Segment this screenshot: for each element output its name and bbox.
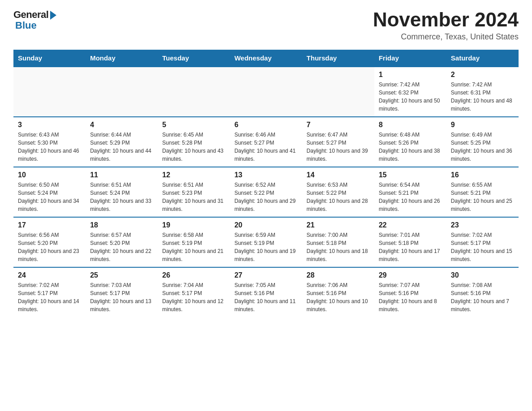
day-info: Sunrise: 7:02 AM Sunset: 5:17 PM Dayligh… [18,281,81,313]
day-number: 8 [379,121,442,129]
day-number: 30 [451,271,514,279]
day-info: Sunrise: 7:00 AM Sunset: 5:18 PM Dayligh… [307,231,370,263]
table-row: 14Sunrise: 6:53 AM Sunset: 5:22 PM Dayli… [302,167,374,217]
day-number: 1 [379,71,442,79]
day-info: Sunrise: 6:54 AM Sunset: 5:21 PM Dayligh… [379,181,442,213]
table-row: 26Sunrise: 7:04 AM Sunset: 5:17 PM Dayli… [158,267,230,317]
day-info: Sunrise: 6:47 AM Sunset: 5:27 PM Dayligh… [307,131,370,163]
table-row: 23Sunrise: 7:02 AM Sunset: 5:17 PM Dayli… [446,217,519,267]
day-info: Sunrise: 7:42 AM Sunset: 6:31 PM Dayligh… [451,81,514,113]
day-info: Sunrise: 6:56 AM Sunset: 5:20 PM Dayligh… [18,231,81,263]
table-row: 8Sunrise: 6:48 AM Sunset: 5:26 PM Daylig… [374,117,446,167]
day-info: Sunrise: 6:49 AM Sunset: 5:25 PM Dayligh… [451,131,514,163]
day-info: Sunrise: 6:52 AM Sunset: 5:22 PM Dayligh… [234,181,297,213]
day-info: Sunrise: 6:46 AM Sunset: 5:27 PM Dayligh… [234,131,297,163]
day-number: 17 [18,221,81,229]
day-info: Sunrise: 6:43 AM Sunset: 5:30 PM Dayligh… [18,131,81,163]
table-row: 3Sunrise: 6:43 AM Sunset: 5:30 PM Daylig… [13,117,86,167]
day-info: Sunrise: 6:55 AM Sunset: 5:21 PM Dayligh… [451,181,514,213]
table-row: 28Sunrise: 7:06 AM Sunset: 5:16 PM Dayli… [302,267,374,317]
table-row: 12Sunrise: 6:51 AM Sunset: 5:23 PM Dayli… [158,167,230,217]
col-tuesday: Tuesday [158,50,230,67]
day-info: Sunrise: 6:58 AM Sunset: 5:19 PM Dayligh… [162,231,225,263]
day-number: 11 [90,171,153,179]
day-info: Sunrise: 7:05 AM Sunset: 5:16 PM Dayligh… [234,281,297,313]
day-number: 18 [90,221,153,229]
col-sunday: Sunday [13,50,86,67]
logo: General Blue [13,9,56,31]
day-info: Sunrise: 6:53 AM Sunset: 5:22 PM Dayligh… [307,181,370,213]
day-info: Sunrise: 7:03 AM Sunset: 5:17 PM Dayligh… [90,281,153,313]
day-info: Sunrise: 7:42 AM Sunset: 6:32 PM Dayligh… [379,81,442,113]
month-title: November 2024 [373,9,519,30]
day-info: Sunrise: 6:51 AM Sunset: 5:24 PM Dayligh… [90,181,153,213]
day-info: Sunrise: 7:06 AM Sunset: 5:16 PM Dayligh… [307,281,370,313]
day-number: 3 [18,121,81,129]
table-row [86,67,158,117]
col-saturday: Saturday [446,50,519,67]
table-row [230,67,302,117]
table-row: 18Sunrise: 6:57 AM Sunset: 5:20 PM Dayli… [86,217,158,267]
table-row: 16Sunrise: 6:55 AM Sunset: 5:21 PM Dayli… [446,167,519,217]
col-friday: Friday [374,50,446,67]
page-header: General Blue November 2024 Commerce, Tex… [13,9,519,42]
day-number: 25 [90,271,153,279]
day-number: 23 [451,221,514,229]
day-info: Sunrise: 6:59 AM Sunset: 5:19 PM Dayligh… [234,231,297,263]
day-number: 16 [451,171,514,179]
day-info: Sunrise: 6:48 AM Sunset: 5:26 PM Dayligh… [379,131,442,163]
table-row: 24Sunrise: 7:02 AM Sunset: 5:17 PM Dayli… [13,267,86,317]
day-info: Sunrise: 6:50 AM Sunset: 5:24 PM Dayligh… [18,181,81,213]
title-block: November 2024 Commerce, Texas, United St… [373,9,519,42]
day-number: 5 [162,121,225,129]
table-row: 17Sunrise: 6:56 AM Sunset: 5:20 PM Dayli… [13,217,86,267]
day-number: 19 [162,221,225,229]
day-number: 24 [18,271,81,279]
table-row: 9Sunrise: 6:49 AM Sunset: 5:25 PM Daylig… [446,117,519,167]
table-row: 5Sunrise: 6:45 AM Sunset: 5:28 PM Daylig… [158,117,230,167]
table-row: 15Sunrise: 6:54 AM Sunset: 5:21 PM Dayli… [374,167,446,217]
day-info: Sunrise: 6:45 AM Sunset: 5:28 PM Dayligh… [162,131,225,163]
calendar-week-row: 17Sunrise: 6:56 AM Sunset: 5:20 PM Dayli… [13,217,519,267]
logo-triangle-icon [50,11,56,20]
day-number: 27 [234,271,297,279]
day-number: 13 [234,171,297,179]
table-row: 6Sunrise: 6:46 AM Sunset: 5:27 PM Daylig… [230,117,302,167]
table-row [302,67,374,117]
table-row: 20Sunrise: 6:59 AM Sunset: 5:19 PM Dayli… [230,217,302,267]
day-number: 4 [90,121,153,129]
day-number: 15 [379,171,442,179]
table-row [13,67,86,117]
table-row [158,67,230,117]
logo-blue-text: Blue [13,20,37,31]
calendar-week-row: 1Sunrise: 7:42 AM Sunset: 6:32 PM Daylig… [13,67,519,117]
table-row: 30Sunrise: 7:08 AM Sunset: 5:16 PM Dayli… [446,267,519,317]
table-row: 19Sunrise: 6:58 AM Sunset: 5:19 PM Dayli… [158,217,230,267]
table-row: 4Sunrise: 6:44 AM Sunset: 5:29 PM Daylig… [86,117,158,167]
table-row: 7Sunrise: 6:47 AM Sunset: 5:27 PM Daylig… [302,117,374,167]
day-info: Sunrise: 7:02 AM Sunset: 5:17 PM Dayligh… [451,231,514,263]
calendar-week-row: 3Sunrise: 6:43 AM Sunset: 5:30 PM Daylig… [13,117,519,167]
logo-general-text: General [13,9,48,21]
calendar-week-row: 10Sunrise: 6:50 AM Sunset: 5:24 PM Dayli… [13,167,519,217]
day-number: 12 [162,171,225,179]
day-number: 14 [307,171,370,179]
table-row: 10Sunrise: 6:50 AM Sunset: 5:24 PM Dayli… [13,167,86,217]
day-info: Sunrise: 6:57 AM Sunset: 5:20 PM Dayligh… [90,231,153,263]
table-row: 11Sunrise: 6:51 AM Sunset: 5:24 PM Dayli… [86,167,158,217]
col-wednesday: Wednesday [230,50,302,67]
day-number: 22 [379,221,442,229]
table-row: 25Sunrise: 7:03 AM Sunset: 5:17 PM Dayli… [86,267,158,317]
day-info: Sunrise: 6:51 AM Sunset: 5:23 PM Dayligh… [162,181,225,213]
table-row: 21Sunrise: 7:00 AM Sunset: 5:18 PM Dayli… [302,217,374,267]
day-number: 26 [162,271,225,279]
day-number: 20 [234,221,297,229]
table-row: 27Sunrise: 7:05 AM Sunset: 5:16 PM Dayli… [230,267,302,317]
day-number: 29 [379,271,442,279]
day-info: Sunrise: 7:07 AM Sunset: 5:16 PM Dayligh… [379,281,442,313]
day-info: Sunrise: 7:01 AM Sunset: 5:18 PM Dayligh… [379,231,442,263]
day-info: Sunrise: 7:08 AM Sunset: 5:16 PM Dayligh… [451,281,514,313]
table-row: 29Sunrise: 7:07 AM Sunset: 5:16 PM Dayli… [374,267,446,317]
day-number: 9 [451,121,514,129]
day-info: Sunrise: 7:04 AM Sunset: 5:17 PM Dayligh… [162,281,225,313]
